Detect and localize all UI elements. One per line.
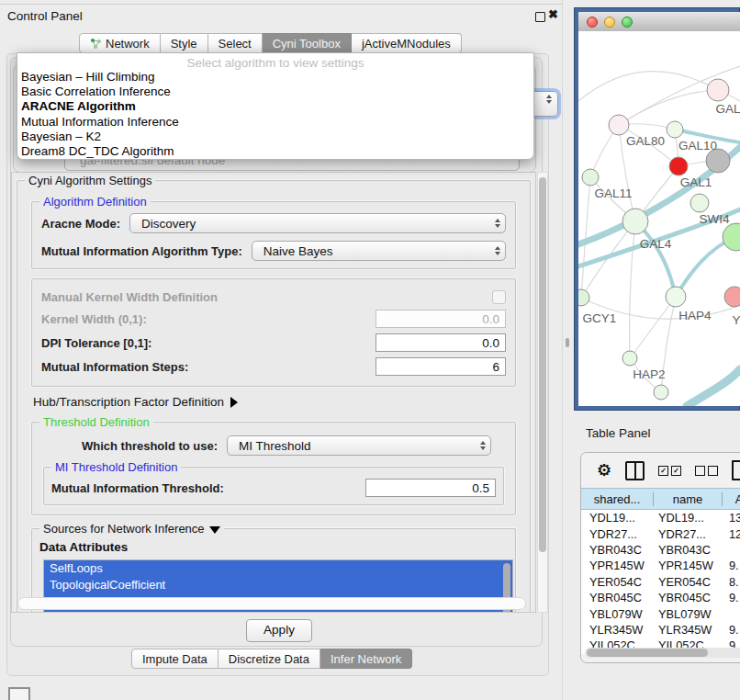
tab-select[interactable]: Select (208, 33, 263, 53)
network-node-bottom-node[interactable] (654, 385, 668, 400)
table-row[interactable]: YDL19...YDL19...13 (581, 510, 740, 525)
column-header-name[interactable]: name (654, 492, 723, 506)
tab-style-label: Style (171, 37, 197, 51)
expand-right-icon (230, 397, 238, 408)
tab-impute-data[interactable]: Impute Data (131, 649, 219, 669)
tab-discretize-data[interactable]: Discretize Data (219, 649, 320, 669)
network-node-gcy1[interactable] (578, 289, 589, 306)
network-canvas[interactable]: GALGAL80GAL10GAL1GAL11SWI4GAL4HAP4YGCY1H… (578, 31, 740, 406)
table-cell: 12 (723, 527, 740, 541)
network-node-swi4[interactable] (690, 194, 709, 212)
split-handle[interactable] (566, 338, 569, 347)
dropdown-item-basic-correlation-inference[interactable]: Basic Correlation Inference (17, 85, 533, 99)
app-root: Control Panel ✖ NetworkStyleSelectCyni T… (0, 0, 740, 700)
table-cell: 13 (723, 511, 740, 525)
columns-icon[interactable] (625, 461, 645, 480)
table-cell: 8. (723, 575, 740, 589)
table-horizontal-scrollbar[interactable] (585, 648, 740, 658)
table-row[interactable]: YER054CYER054C8. (581, 574, 740, 590)
gear-icon[interactable]: ⚙ (597, 462, 611, 479)
aracne-mode-combobox[interactable]: Discovery (129, 213, 506, 233)
mi-algorithm-type-combobox[interactable]: Naive Bayes (252, 241, 506, 261)
manual-kernel-width-checkbox[interactable] (492, 290, 506, 304)
dropdown-item-dream8-dc-tdc-algorithm[interactable]: Dream8 DC_TDC Algorithm (17, 144, 533, 159)
table-row[interactable]: YPR145WYPR145W9. (581, 558, 740, 573)
document-icon[interactable] (732, 460, 740, 480)
network-node-y-node[interactable] (724, 287, 740, 307)
tab-cyni-toolbox[interactable]: Cyni Toolbox (263, 33, 352, 53)
panel-divider[interactable] (562, 0, 563, 700)
dpi-tolerance-field[interactable] (376, 333, 506, 352)
select-all-checkboxes-icon[interactable]: ✓✓ (658, 466, 681, 476)
sources-title[interactable]: Sources for Network Inference (39, 522, 224, 536)
table-cell: 9. (723, 591, 740, 604)
kernel-width-field[interactable] (376, 310, 506, 328)
apply-button[interactable]: Apply (246, 619, 312, 642)
network-window-titlebar[interactable] (578, 12, 740, 31)
column-header-shared-name[interactable]: shared... (581, 492, 654, 506)
dropdown-placeholder: Select algorithm to view settings (17, 53, 533, 70)
column-header-clipped[interactable]: A (723, 492, 740, 506)
table-panel-window: ⚙ ✓✓ shared... name A YDL19...YDL19...13… (580, 452, 740, 663)
dpi-tolerance-label: DPI Tolerance [0,1]: (41, 336, 151, 350)
attribute-item-topologicalcoefficient[interactable]: TopologicalCoefficient (44, 577, 512, 593)
table-cell: YBR045C (654, 591, 723, 604)
attribute-item-selfloops[interactable]: SelfLoops (44, 560, 512, 577)
deselect-checkboxes-icon[interactable] (695, 466, 718, 476)
network-node-label-swi4: SWI4 (699, 212, 729, 226)
mi-algorithm-type-value: Naive Bayes (252, 244, 490, 258)
scrollbar-thumb[interactable] (587, 649, 708, 657)
network-node-gal-top[interactable] (707, 79, 729, 101)
algorithm-dropdown-popup: Select algorithm to view settings Bayesi… (17, 52, 534, 160)
network-edge-highlighted (687, 369, 740, 406)
tab-style[interactable]: Style (161, 33, 208, 53)
close-icon[interactable]: ✖ (548, 7, 558, 21)
tab-infer-network[interactable]: Infer Network (320, 649, 412, 669)
zoom-traffic-light-icon[interactable] (622, 17, 633, 28)
algorithm-definition-group: Algorithm Definition Aracne Mode: Discov… (31, 201, 516, 269)
table-header[interactable]: shared... name A (581, 488, 740, 510)
dropdown-item-mutual-information-inference[interactable]: Mutual Information Inference (17, 115, 533, 130)
network-node-hap2[interactable] (622, 351, 637, 366)
dropdown-item-bayesian-k2[interactable]: Bayesian – K2 (17, 130, 533, 144)
mi-algorithm-type-label: Mutual Information Algorithm Type: (41, 244, 242, 258)
mi-steps-field[interactable] (376, 357, 506, 376)
table-row[interactable]: YDR27...YDR27...12 (581, 525, 740, 541)
attribute-item-gal4rgexp[interactable]: gal4RGexp (44, 610, 512, 613)
network-node-hap4[interactable] (666, 287, 686, 307)
hub-definition-expander[interactable]: Hub/Transcription Factor Definition (33, 395, 521, 409)
network-node-label-y-node: Y (732, 313, 740, 327)
tab-network[interactable]: Network (79, 33, 161, 53)
table-row[interactable]: YBR043CYBR043C (581, 542, 740, 558)
kernel-settings-group: Manual Kernel Width Definition Kernel Wi… (31, 278, 516, 387)
network-node-gal4[interactable] (622, 209, 648, 234)
network-node-gal1[interactable] (669, 157, 688, 175)
table-cell: YBR045C (581, 591, 654, 604)
table-row[interactable]: YLR345WYLR345W9. (581, 622, 740, 638)
dropdown-item-aracne-algorithm[interactable]: ARACNE Algorithm (17, 99, 533, 114)
network-node-gal10[interactable] (667, 121, 683, 138)
mi-threshold-field[interactable] (365, 479, 496, 497)
table-panel-title: Table Panel (586, 426, 651, 440)
network-node-gal80[interactable] (609, 115, 629, 135)
table-row[interactable]: YBR045CYBR045C9. (581, 590, 740, 605)
settings-horizontal-scrollbar[interactable] (17, 597, 526, 610)
settings-viewport: Cyni Algorithm Settings Algorithm Defini… (11, 172, 536, 613)
dropdown-item-bayesian-hill-climbing[interactable]: Bayesian – Hill Climbing (17, 70, 533, 85)
table-cell: YBL079W (581, 607, 654, 621)
minimize-traffic-light-icon[interactable] (604, 17, 615, 28)
table-row[interactable]: YBL079WYBL079W (581, 605, 740, 621)
float-window-icon[interactable] (535, 12, 545, 22)
tab-select-label: Select (219, 37, 252, 51)
aracne-mode-value: Discovery (130, 217, 490, 231)
which-threshold-value: MI Threshold (228, 439, 476, 453)
network-node-green-right[interactable] (723, 223, 740, 251)
close-traffic-light-icon[interactable] (587, 17, 598, 28)
network-node-gal11[interactable] (582, 169, 599, 186)
settings-vertical-scrollbar[interactable] (537, 172, 548, 613)
table-body: YDL19...YDL19...13YDR27...YDR27...12YBR0… (581, 510, 740, 654)
minimized-panel-icon[interactable] (8, 687, 30, 700)
which-threshold-combobox[interactable]: MI Threshold (227, 435, 491, 456)
tab-jactivemnodules[interactable]: jActiveMNodules (352, 33, 462, 53)
scrollbar-thumb[interactable] (539, 177, 546, 552)
